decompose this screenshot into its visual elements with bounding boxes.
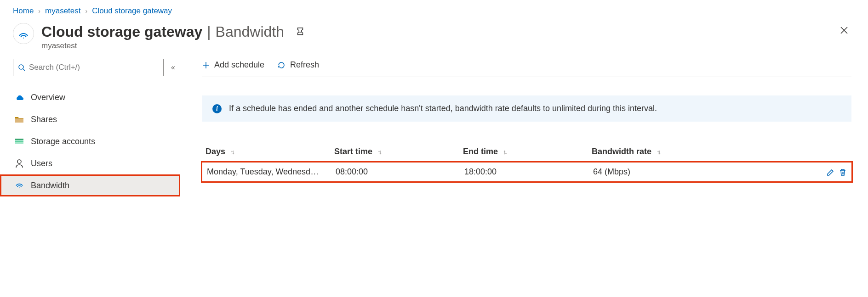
- chevron-right-icon: ›: [38, 7, 40, 15]
- svg-rect-6: [15, 142, 23, 144]
- svg-rect-5: [15, 140, 23, 142]
- sidebar-item-bandwidth[interactable]: Bandwidth: [0, 174, 180, 196]
- sidebar-item-storage-accounts[interactable]: Storage accounts: [0, 130, 180, 152]
- title-separator: |: [207, 23, 211, 40]
- breadcrumb-resource[interactable]: myasetest: [45, 6, 80, 16]
- breadcrumb-current[interactable]: Cloud storage gateway: [92, 6, 172, 16]
- refresh-icon: [277, 61, 286, 69]
- user-icon: [14, 159, 24, 168]
- sidebar-item-overview[interactable]: Overview: [0, 86, 180, 108]
- refresh-button[interactable]: Refresh: [277, 60, 319, 70]
- column-header-end[interactable]: End time ↑↓: [463, 147, 592, 157]
- storage-icon: [14, 138, 24, 145]
- svg-rect-4: [15, 139, 23, 140]
- sidebar-item-label: Users: [31, 159, 52, 168]
- schedule-grid: Days ↑↓ Start time ↑↓ End time ↑↓ Bandwi…: [200, 141, 854, 184]
- sidebar-item-label: Bandwidth: [31, 181, 69, 191]
- close-button[interactable]: [837, 23, 851, 38]
- column-header-days[interactable]: Days ↑↓: [206, 147, 334, 157]
- main-content: Add schedule Refresh i If a schedule has…: [180, 59, 868, 184]
- column-header-rate[interactable]: Bandwidth rate ↑↓: [592, 147, 816, 157]
- cell-days: Monday, Tuesday, Wednesd…: [207, 167, 336, 177]
- pin-icon[interactable]: [295, 27, 305, 37]
- schedule-row[interactable]: Monday, Tuesday, Wednesd… 08:00:00 18:00…: [201, 161, 853, 183]
- collapse-sidebar-icon[interactable]: «: [169, 62, 177, 73]
- resource-subtitle: myasetest: [41, 41, 855, 50]
- breadcrumb: Home › myasetest › Cloud storage gateway: [0, 0, 868, 18]
- cloud-icon: [14, 94, 24, 101]
- sort-icon: ↑↓: [230, 148, 233, 156]
- info-banner: i If a schedule has ended and another sc…: [202, 95, 851, 122]
- cell-start: 08:00:00: [336, 167, 464, 177]
- breadcrumb-home[interactable]: Home: [13, 6, 34, 16]
- sort-icon: ↑↓: [377, 148, 380, 156]
- sidebar-item-shares[interactable]: Shares: [0, 108, 180, 130]
- sidebar-item-label: Storage accounts: [31, 137, 95, 146]
- button-label: Add schedule: [214, 60, 264, 70]
- search-input[interactable]: [25, 62, 159, 73]
- add-schedule-button[interactable]: Add schedule: [202, 60, 264, 70]
- chevron-right-icon: ›: [86, 7, 88, 15]
- cell-rate: 64 (Mbps): [593, 167, 815, 177]
- sidebar-item-users[interactable]: Users: [0, 152, 180, 174]
- edit-button[interactable]: [827, 168, 835, 176]
- svg-line-3: [23, 69, 25, 71]
- sort-icon: ↑↓: [657, 148, 659, 156]
- sidebar-item-label: Overview: [31, 93, 65, 102]
- page-title: Cloud storage gateway: [41, 23, 202, 40]
- sort-icon: ↑↓: [503, 148, 506, 156]
- button-label: Refresh: [290, 60, 319, 70]
- svg-point-7: [17, 160, 21, 163]
- info-icon: i: [212, 104, 222, 113]
- svg-point-2: [19, 65, 23, 69]
- delete-button[interactable]: [839, 168, 847, 176]
- command-bar: Add schedule Refresh: [202, 59, 851, 77]
- page-section: Bandwidth: [216, 23, 284, 40]
- plus-icon: [202, 62, 210, 69]
- nav-list: Overview Shares: [13, 86, 180, 196]
- blade-header: Cloud storage gateway | Bandwidth myaset…: [0, 18, 868, 59]
- wifi-icon: [14, 181, 24, 190]
- grid-header-row: Days ↑↓ Start time ↑↓ End time ↑↓ Bandwi…: [201, 142, 853, 161]
- sidebar: « Overview Shares: [13, 59, 180, 196]
- sidebar-item-label: Shares: [31, 115, 57, 124]
- folder-icon: [14, 116, 24, 123]
- sidebar-search[interactable]: [13, 59, 164, 76]
- cell-end: 18:00:00: [464, 167, 593, 177]
- column-header-start[interactable]: Start time ↑↓: [334, 147, 463, 157]
- resource-icon: [13, 23, 34, 44]
- info-text: If a schedule has ended and another sche…: [229, 104, 657, 113]
